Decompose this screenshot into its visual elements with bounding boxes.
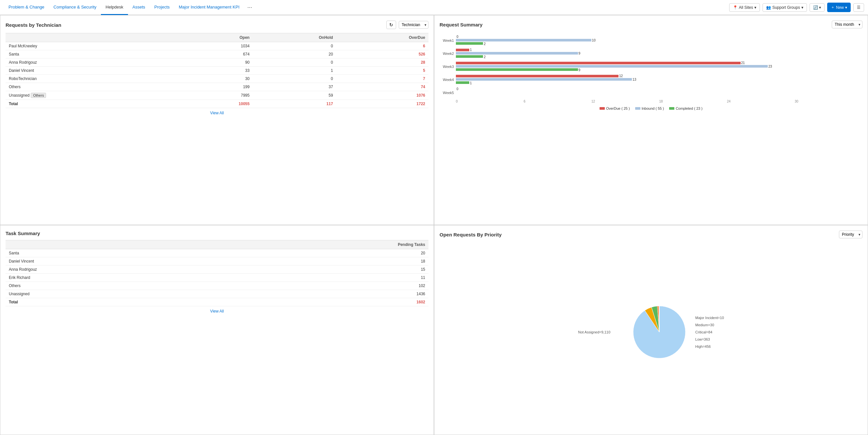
x-tick: 18 — [659, 100, 727, 103]
row-name: Paul McKneeley — [5, 42, 183, 50]
table-row: Daniel Vincent 33 1 5 — [5, 67, 429, 75]
bar-chart-container: Week1 0 10 2 Week2 1 9 2 Week3 21 23 9 — [439, 32, 863, 113]
panel-header-task: Task Summary — [5, 230, 429, 236]
task-view-all-link[interactable]: View All — [5, 309, 429, 313]
task-total-pending: 1602 — [219, 298, 429, 306]
row-open: 33 — [183, 67, 253, 75]
table-row: UnassignedOthers 7995 59 1076 — [5, 91, 429, 100]
task-row-pending: 20 — [219, 249, 429, 257]
col-header-onhold: OnHold — [253, 33, 336, 42]
bar-area: 21 23 9 — [456, 61, 863, 72]
bar-week-label: Week4 — [439, 78, 454, 82]
refresh-requests-button[interactable]: ↻ — [386, 21, 396, 29]
legend-item: Inbound ( 55 ) — [635, 106, 664, 111]
task-row-pending: 18 — [219, 257, 429, 266]
row-overdue: 7 — [336, 75, 429, 83]
col-header-open: Open — [183, 33, 253, 42]
col-header-name — [5, 33, 183, 42]
pie-chart-wrapper: Not Assigned=9,110 Major Incident=10 Med… — [578, 303, 724, 362]
legend-color — [669, 107, 674, 110]
nav-item-helpdesk[interactable]: Helpdesk — [101, 0, 128, 15]
table-row: Santa 674 20 526 — [5, 50, 429, 58]
x-tick: 24 — [727, 100, 795, 103]
task-row: Unassigned 1436 — [5, 290, 429, 298]
table-row: Others 199 37 74 — [5, 83, 429, 91]
task-row-name: Erik Richard — [5, 274, 219, 282]
row-name: UnassignedOthers — [5, 91, 183, 100]
total-open: 10055 — [183, 100, 253, 108]
nav-item-projects[interactable]: Projects — [150, 0, 175, 15]
technician-dropdown[interactable]: Technician — [399, 21, 429, 29]
task-col-pending: Pending Tasks — [219, 240, 429, 249]
panel-header-priority: Open Requests By Priority Priority — [439, 230, 863, 239]
panel-controls-requests: ↻ Technician — [386, 21, 429, 29]
bar-row: Week5 0 — [439, 87, 863, 98]
nav-item-compliance-security[interactable]: Compliance & Security — [49, 0, 101, 15]
legend-item: OverDue ( 25 ) — [599, 106, 630, 111]
bar-week-label: Week2 — [439, 52, 454, 56]
panel-title-priority: Open Requests By Priority — [439, 232, 502, 238]
task-row-name: Daniel Vincent — [5, 257, 219, 266]
support-groups-button[interactable]: 👥 Support Groups ▾ — [763, 3, 807, 12]
bar-week-label: Week5 — [439, 91, 454, 95]
task-row-pending: 1436 — [219, 290, 429, 298]
row-open: 674 — [183, 50, 253, 58]
row-overdue: 1076 — [336, 91, 429, 100]
row-overdue: 74 — [336, 83, 429, 91]
total-overdue: 1722 — [336, 100, 429, 108]
bar-week-label: Week3 — [439, 65, 454, 69]
priority-panel: Open Requests By Priority Priority Not A… — [434, 225, 868, 435]
task-row: Santa 20 — [5, 249, 429, 257]
table-row: Paul McKneeley 1034 0 6 — [5, 42, 429, 50]
nav-item-major-incident[interactable]: Major Incident Management KPI — [175, 0, 244, 15]
group-icon: 👥 — [766, 5, 771, 10]
row-overdue: 526 — [336, 50, 429, 58]
hamburger-menu-button[interactable]: ☰ — [853, 3, 864, 12]
row-overdue: 6 — [336, 42, 429, 50]
table-row: Anna Rodrigouz 90 0 28 — [5, 58, 429, 67]
plus-icon: ＋ — [831, 5, 835, 10]
panel-header-summary: Request Summary This month — [439, 21, 863, 28]
legend-item: Completed ( 23 ) — [669, 106, 703, 111]
task-row: Erik Richard 11 — [5, 274, 429, 282]
row-onhold: 0 — [253, 58, 336, 67]
x-tick: 6 — [524, 100, 592, 103]
nav-item-assets[interactable]: Assets — [128, 0, 150, 15]
row-onhold: 59 — [253, 91, 336, 100]
nav-item-problem-change[interactable]: Problem & Change — [4, 0, 49, 15]
x-tick: 0 — [456, 100, 524, 103]
bar-area: 12 13 1 — [456, 74, 863, 85]
row-onhold: 0 — [253, 42, 336, 50]
others-badge: Others — [31, 93, 46, 98]
task-row: Daniel Vincent 18 — [5, 257, 429, 266]
nav-more-dots[interactable]: ··· — [244, 4, 255, 11]
task-row-name: Anna Rodrigouz — [5, 266, 219, 274]
new-button[interactable]: ＋ New ▾ — [827, 3, 851, 12]
bar-row: Week3 21 23 9 — [439, 61, 863, 72]
technician-dropdown-wrapper: Technician — [399, 21, 429, 29]
bar-row: Week4 12 13 1 — [439, 74, 863, 85]
pie-label-critical: Critical=84 — [695, 329, 724, 336]
legend-label: OverDue ( 25 ) — [606, 106, 630, 111]
task-row-pending: 102 — [219, 282, 429, 290]
panel-header-requests: Requests by Technician ↻ Technician — [5, 21, 429, 29]
legend-color — [599, 107, 605, 110]
task-row-name: Unassigned — [5, 290, 219, 298]
total-hold: 117 — [253, 100, 336, 108]
request-summary-panel: Request Summary This month Week1 0 10 2 … — [434, 15, 868, 225]
col-header-overdue: OverDue — [336, 33, 429, 42]
this-month-dropdown[interactable]: This month — [832, 21, 863, 28]
chevron-down-icon-2: ▾ — [801, 5, 803, 10]
legend-color — [635, 107, 641, 110]
priority-dropdown[interactable]: Priority — [839, 230, 863, 239]
bar-row: Week2 1 9 2 — [439, 48, 863, 59]
total-label: Total — [5, 100, 183, 108]
refresh-nav-button[interactable]: 🔄 ▾ — [810, 3, 825, 12]
task-row-name: Santa — [5, 249, 219, 257]
all-sites-button[interactable]: 📍 All Sites ▾ — [729, 3, 760, 12]
task-row-pending: 11 — [219, 274, 429, 282]
pie-label-low: Low=363 — [695, 336, 724, 343]
priority-dropdown-wrapper: Priority — [839, 230, 863, 239]
requests-view-all-link[interactable]: View All — [5, 111, 429, 115]
bar-area: 0 10 2 — [456, 35, 863, 46]
